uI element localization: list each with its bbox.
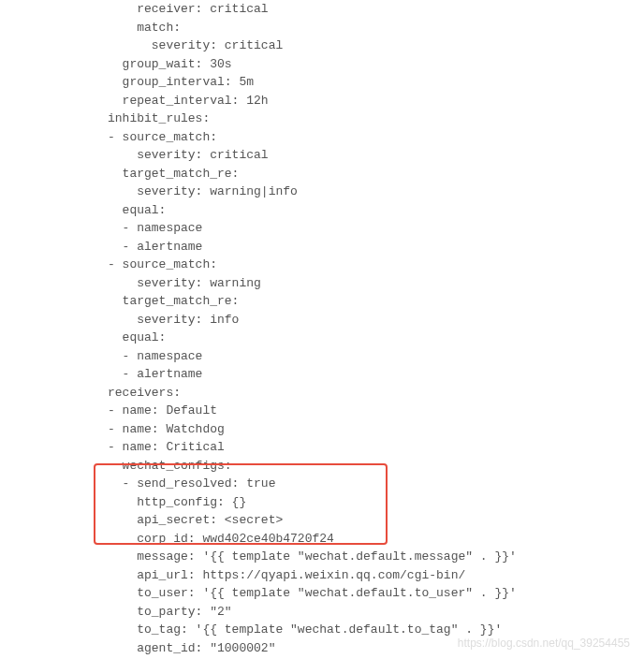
watermark-text: https://blog.csdn.net/qq_39254455 — [458, 635, 630, 652]
yaml-config-code: receiver: critical match: severity: crit… — [0, 0, 644, 659]
